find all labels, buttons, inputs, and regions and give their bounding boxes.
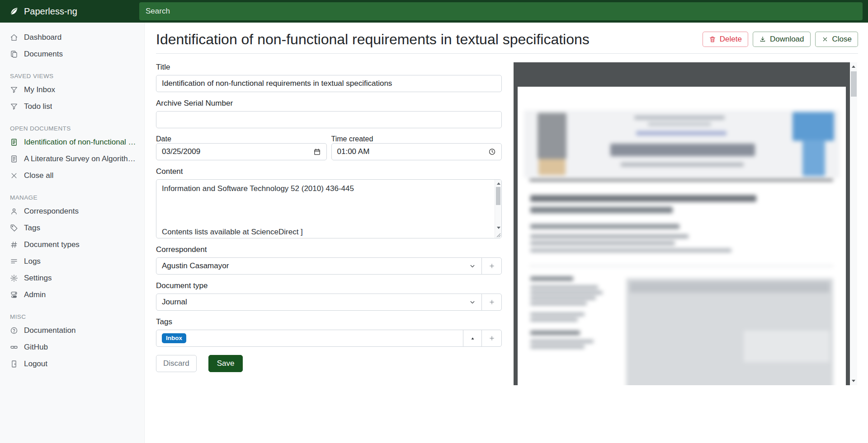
toggles-icon (10, 291, 18, 299)
document-type-label: Document type (156, 281, 502, 290)
copy-icon (10, 50, 18, 58)
sidebar-section-header: MANAGE (0, 192, 144, 203)
tags-field[interactable]: Inbox (156, 330, 463, 347)
content-line: Contents lists available at ScienceDirec… (162, 227, 489, 238)
caret-up-icon (470, 336, 476, 341)
clock-icon[interactable] (488, 148, 496, 156)
sidebar-item-label: Logs (24, 257, 41, 266)
scroll-down-icon[interactable] (497, 227, 500, 229)
sidebar-item-admin[interactable]: Admin (0, 286, 144, 303)
app-title: Paperless-ng (24, 6, 77, 17)
time-input[interactable]: 01:00 AM (331, 143, 502, 160)
document-type-value: Journal (162, 298, 187, 307)
app-brand[interactable]: Paperless-ng (0, 6, 139, 17)
file-text-icon (10, 155, 18, 163)
sidebar-item-open-doc-1[interactable]: Identification of non-functional require… (0, 134, 144, 150)
top-navbar: Paperless-ng (0, 0, 868, 23)
title-value: Identification of non-functional require… (162, 79, 392, 88)
archive-serial-number-input[interactable] (156, 111, 502, 128)
file-text-icon (10, 138, 18, 146)
correspondent-value: Agustin Casamayor (162, 261, 229, 270)
add-correspondent-button[interactable] (481, 257, 502, 275)
leaf-icon (9, 6, 19, 16)
search-input[interactable] (139, 2, 863, 20)
sidebar-item-label: Tags (24, 224, 40, 233)
close-label: Close (832, 35, 852, 44)
document-actions: Delete Download Close (703, 32, 858, 47)
sidebar-item-label: Identification of non-functional require… (24, 138, 138, 147)
sidebar-item-todo-list[interactable]: Todo list (0, 98, 144, 115)
help-icon (10, 326, 18, 335)
date-time-row: Date 03/25/2009 Time created 01:00 AM (156, 135, 502, 160)
add-tag-button[interactable] (481, 330, 502, 347)
sidebar-item-dashboard[interactable]: Dashboard (0, 29, 144, 46)
plus-icon (488, 335, 495, 342)
scroll-down-icon[interactable] (852, 380, 855, 382)
sidebar-item-label: Documentation (24, 326, 75, 335)
sidebar-item-label: Admin (24, 290, 46, 299)
sidebar-item-label: Correspondents (24, 207, 79, 216)
chevron-down-icon (469, 299, 476, 305)
document-type-field-group: Document type Journal (156, 281, 502, 311)
tags-dropdown-button[interactable] (463, 330, 482, 347)
title-input[interactable]: Identification of non-functional require… (156, 75, 502, 92)
scroll-up-icon[interactable] (497, 182, 500, 185)
content-field-group: Content Information and Software Technol… (156, 167, 502, 238)
scrollbar-thumb[interactable] (496, 187, 500, 205)
sidebar-item-tags[interactable]: Tags (0, 219, 144, 236)
close-button[interactable]: Close (815, 32, 858, 47)
sidebar-item-github[interactable]: GitHub (0, 339, 144, 355)
sidebar-item-close-all[interactable]: Close all (0, 167, 144, 184)
asn-label: Archive Serial Number (156, 99, 502, 108)
sidebar-item-label: Dashboard (24, 33, 61, 42)
date-field-group: Date 03/25/2009 (156, 135, 327, 160)
title-field-group: Title Identification of non-functional r… (156, 63, 502, 92)
date-input[interactable]: 03/25/2009 (156, 143, 327, 160)
add-document-type-button[interactable] (481, 294, 502, 311)
sidebar-item-label: Documents (24, 50, 63, 59)
pdf-preview-pane[interactable] (514, 62, 857, 385)
sidebar-item-open-doc-2[interactable]: A Literature Survey on Algorithms for Mu… (0, 150, 144, 167)
tag-icon (10, 224, 18, 232)
document-header: Identification of non-functional require… (156, 23, 858, 54)
scrollbar-thumb[interactable] (851, 71, 857, 97)
gear-icon (10, 274, 18, 282)
funnel-icon (10, 103, 18, 111)
sidebar-item-label: GitHub (24, 343, 48, 352)
paperless-app: { "colors": { "accent": "#17541f", "navb… (0, 0, 868, 443)
time-field-group: Time created 01:00 AM (331, 135, 502, 160)
document-type-select[interactable]: Journal (156, 294, 482, 311)
scroll-up-icon[interactable] (852, 65, 855, 68)
form-actions: Discard Save (156, 355, 502, 372)
correspondent-field-group: Correspondent Agustin Casamayor (156, 245, 502, 275)
delete-button[interactable]: Delete (703, 32, 748, 47)
person-icon (10, 207, 18, 215)
sidebar-item-logout[interactable]: Logout (0, 355, 144, 372)
save-button[interactable]: Save (208, 355, 243, 372)
sidebar-item-logs[interactable]: Logs (0, 253, 144, 270)
sidebar-item-settings[interactable]: Settings (0, 270, 144, 286)
sidebar-item-correspondents[interactable]: Correspondents (0, 203, 144, 219)
pdf-page (518, 87, 846, 385)
home-icon (10, 33, 18, 42)
content-textarea[interactable]: Information and Software Technology 52 (… (156, 179, 502, 238)
resize-handle-icon[interactable] (495, 232, 501, 238)
sidebar-section-header: OPEN DOCUMENTS (0, 123, 144, 134)
textarea-scrollbar[interactable] (495, 180, 501, 238)
download-button[interactable]: Download (753, 32, 811, 47)
list-icon (10, 257, 18, 266)
discard-button[interactable]: Discard (156, 355, 197, 372)
tag-badge[interactable]: Inbox (162, 333, 186, 343)
preview-scrollbar[interactable] (850, 62, 857, 385)
page-title: Identification of non-functional require… (156, 31, 590, 48)
plus-icon (488, 298, 495, 306)
sidebar-item-label: Logout (24, 359, 47, 368)
sidebar-item-documents[interactable]: Documents (0, 46, 144, 62)
sidebar-item-document-types[interactable]: Document types (0, 236, 144, 253)
sidebar-item-my-inbox[interactable]: My Inbox (0, 81, 144, 98)
sidebar-item-label: Close all (24, 171, 53, 180)
correspondent-select[interactable]: Agustin Casamayor (156, 257, 482, 275)
sidebar-item-label: Todo list (24, 102, 52, 111)
calendar-icon[interactable] (313, 148, 321, 156)
sidebar-item-documentation[interactable]: Documentation (0, 322, 144, 339)
